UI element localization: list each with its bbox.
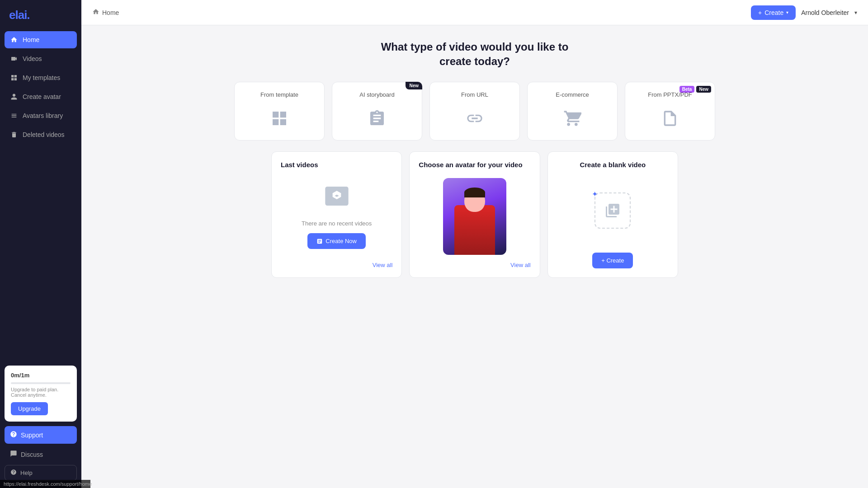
sidebar-item-create-avatar[interactable]: Create avatar <box>5 88 77 105</box>
link-icon <box>466 109 484 131</box>
choose-avatar-title: Choose an avatar for your video <box>419 161 530 169</box>
from-template-label: From template <box>260 91 298 98</box>
last-videos-empty: There are no recent videos Create Now <box>281 176 392 257</box>
usage-sub: Upgrade to paid plan. Cancel anytime. <box>11 387 71 398</box>
sidebar-item-videos[interactable]: Videos <box>5 50 77 67</box>
discuss-icon <box>10 450 17 459</box>
create-blank-button[interactable]: + Create <box>592 253 633 268</box>
logo-text: elai. <box>9 8 30 22</box>
create-now-icon <box>316 238 323 244</box>
user-chevron-icon[interactable]: ▾ <box>854 9 857 16</box>
help-button[interactable]: Help <box>5 465 77 481</box>
shop-icon <box>563 109 581 131</box>
discuss-label: Discuss <box>21 451 43 458</box>
usage-label: 0m/1m <box>11 372 71 379</box>
support-label: Support <box>21 432 43 439</box>
create-blank-title: Create a blank video <box>580 161 646 169</box>
sidebar-item-my-templates[interactable]: My templates <box>5 69 77 86</box>
status-bar: https://elai.freshdesk.com/support/home <box>0 480 90 488</box>
create-avatar-icon <box>10 93 18 101</box>
upgrade-button[interactable]: Upgrade <box>11 402 48 415</box>
video-icon <box>10 55 18 63</box>
last-videos-view-all[interactable]: View all <box>281 262 392 268</box>
help-icon <box>10 469 17 477</box>
sidebar-nav: Home Videos My templates Create avatar A… <box>0 31 81 361</box>
new-badge: New <box>406 82 422 89</box>
choose-avatar-section: Choose an avatar for your video View all <box>409 151 540 278</box>
create-now-button[interactable]: Create Now <box>307 233 366 249</box>
video-type-grid: From template New AI storyboard From URL <box>99 82 850 141</box>
avatar-container <box>419 176 530 257</box>
card-from-pptx[interactable]: Beta New From PPTX/PDF <box>625 82 715 141</box>
help-label: Help <box>20 469 33 476</box>
main-area: Home + Create ▾ Arnold Oberleiter ▾ What… <box>81 0 868 488</box>
e-commerce-label: E-commerce <box>556 91 589 98</box>
sidebar-item-home[interactable]: Home <box>5 31 77 48</box>
ai-storyboard-label: AI storyboard <box>359 91 394 98</box>
discuss-button[interactable]: Discuss <box>5 446 77 463</box>
clipboard-icon <box>368 109 386 131</box>
sidebar-avatars-library-label: Avatars library <box>23 112 63 119</box>
topbar-right: + Create ▾ Arnold Oberleiter ▾ <box>751 5 857 20</box>
sidebar-videos-label: Videos <box>23 55 42 62</box>
card-from-template[interactable]: From template <box>234 82 325 141</box>
content-area: What type of video would you like to cre… <box>81 25 868 292</box>
from-url-label: From URL <box>461 91 488 98</box>
user-name[interactable]: Arnold Oberleiter <box>801 9 849 16</box>
breadcrumb-home-icon <box>92 8 99 17</box>
create-chevron-icon: ▾ <box>786 10 788 15</box>
blank-icon-container: ✦ <box>594 178 631 244</box>
avatar-body <box>454 205 495 255</box>
sidebar-item-avatars-library[interactable]: Avatars library <box>5 107 77 124</box>
card-from-url[interactable]: From URL <box>429 82 520 141</box>
breadcrumb: Home <box>92 8 119 17</box>
last-videos-section: Last videos There are no recent videos C… <box>271 151 402 278</box>
topbar: Home + Create ▾ Arnold Oberleiter ▾ <box>81 0 868 25</box>
avatar-hair <box>464 188 485 197</box>
sidebar-bottom: 0m/1m Upgrade to paid plan. Cancel anyti… <box>0 361 81 488</box>
create-plus-icon: + <box>758 9 762 16</box>
page-title: What type of video would you like to cre… <box>99 40 850 69</box>
support-icon <box>10 431 17 439</box>
bottom-grid: Last videos There are no recent videos C… <box>271 151 678 278</box>
sidebar-my-templates-label: My templates <box>23 74 60 81</box>
breadcrumb-label: Home <box>102 9 119 16</box>
last-videos-title: Last videos <box>281 161 392 169</box>
create-button[interactable]: + Create ▾ <box>751 5 796 20</box>
beta-badge: Beta <box>679 86 695 93</box>
template-icon <box>10 74 18 82</box>
sparkle-icon: ✦ <box>592 190 598 198</box>
create-blank-section: Create a blank video ✦ + Create <box>547 151 678 278</box>
create-label: Create <box>764 9 783 16</box>
empty-text: There are no recent videos <box>302 220 372 227</box>
file-icon <box>661 109 679 131</box>
card-ai-storyboard[interactable]: New AI storyboard <box>332 82 422 141</box>
choose-avatar-view-all[interactable]: View all <box>419 262 530 268</box>
sidebar-item-deleted-videos[interactable]: Deleted videos <box>5 126 77 143</box>
avatar-head <box>464 189 485 212</box>
usage-card: 0m/1m Upgrade to paid plan. Cancel anyti… <box>5 366 77 422</box>
trash-icon <box>10 131 18 139</box>
create-now-label: Create Now <box>326 238 357 244</box>
logo: elai. <box>0 0 81 31</box>
sidebar-deleted-videos-label: Deleted videos <box>23 131 65 138</box>
home-icon <box>10 36 18 44</box>
status-url: https://elai.freshdesk.com/support/home <box>4 481 92 487</box>
new-badge-inline: New <box>696 86 711 93</box>
grid-icon <box>270 109 288 131</box>
library-icon <box>10 112 18 120</box>
card-e-commerce[interactable]: E-commerce <box>527 82 618 141</box>
sidebar-home-label: Home <box>23 36 39 43</box>
sidebar-create-avatar-label: Create avatar <box>23 93 61 100</box>
badge-group: Beta New <box>679 86 711 93</box>
sidebar: elai. Home Videos My templates Create av… <box>0 0 81 488</box>
video-empty-icon <box>324 183 349 214</box>
usage-bar-bg <box>11 382 71 384</box>
blank-video-icon: ✦ <box>594 192 631 229</box>
support-button[interactable]: Support <box>5 426 77 444</box>
avatar-image <box>443 178 506 255</box>
